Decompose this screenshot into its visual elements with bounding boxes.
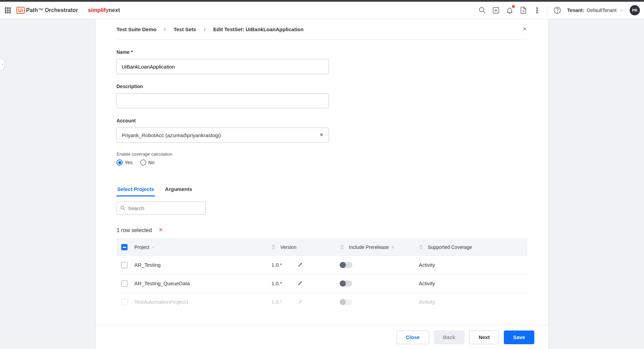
notification-badge (512, 5, 515, 8)
tenant-label: Tenant: (567, 8, 584, 13)
svg-point-2 (10, 8, 11, 9)
svg-point-5 (10, 10, 11, 11)
tenant-selector[interactable]: Tenant: DefaultTenant (567, 8, 623, 13)
partner-logo: simplifynext (88, 7, 120, 13)
partner-logo-b: next (109, 7, 120, 13)
header-left: Ui Path™ Orchestrator simplifynext (4, 5, 120, 15)
app-header: Ui Path™ Orchestrator simplifynext Tenan… (0, 0, 644, 19)
document-icon[interactable] (520, 7, 527, 14)
avatar[interactable]: PR (630, 5, 640, 15)
logo-path-text: Path™ (26, 7, 44, 13)
svg-point-20 (557, 12, 558, 12)
help-icon[interactable] (554, 7, 561, 14)
svg-line-10 (483, 11, 485, 13)
svg-point-1 (7, 8, 9, 9)
svg-point-17 (536, 10, 538, 11)
partner-logo-a: simplify (88, 7, 109, 13)
svg-point-16 (536, 8, 538, 9)
apps-launcher-icon[interactable] (4, 7, 12, 14)
svg-point-3 (5, 10, 7, 11)
tenant-value: DefaultTenant (587, 8, 617, 13)
svg-point-4 (7, 10, 9, 11)
logo-uipath[interactable]: Ui Path™ Orchestrator (16, 7, 78, 14)
svg-point-8 (10, 12, 11, 13)
search-icon[interactable] (478, 7, 486, 14)
svg-point-7 (7, 12, 9, 13)
svg-point-6 (5, 12, 7, 13)
more-icon[interactable] (533, 7, 541, 14)
product-name: Orchestrator (45, 7, 78, 13)
logo-ui-box: Ui (16, 7, 25, 14)
header-right: Tenant: DefaultTenant PR (478, 5, 640, 15)
notifications-icon[interactable] (506, 7, 513, 14)
svg-point-18 (536, 12, 538, 13)
vertical-separator (83, 5, 83, 15)
svg-point-0 (5, 8, 7, 9)
add-icon[interactable] (492, 7, 500, 14)
svg-point-9 (479, 8, 484, 12)
vertical-separator (547, 5, 547, 15)
